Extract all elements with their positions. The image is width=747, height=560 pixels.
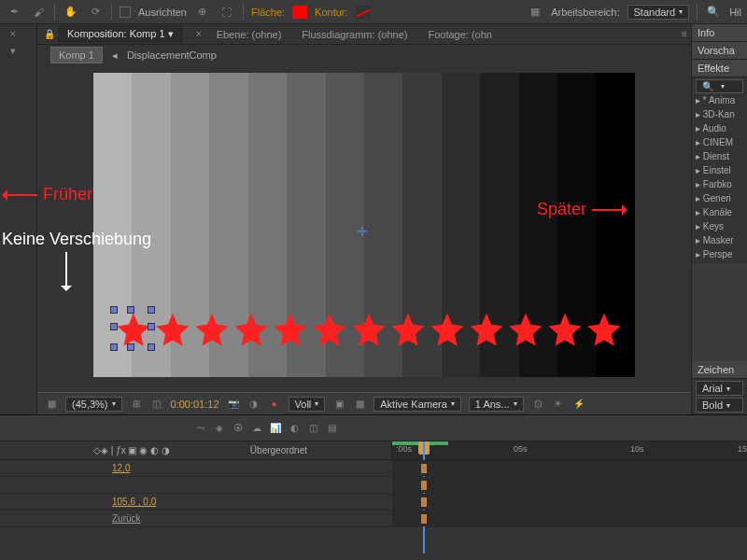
align-checkbox[interactable] [120,7,131,18]
viewport: ✛ Früher Später Keine Verschie [37,65,691,392]
lock-icon[interactable]: 🔒 [43,28,56,41]
snap-icon[interactable]: ⊕ [194,4,211,21]
property-label[interactable]: 105,6 , 0,0 [0,494,392,510]
rail-menu-icon[interactable]: ▾ [10,45,27,58]
effects-category[interactable]: Generi [696,191,743,205]
timeline-track[interactable] [392,494,747,510]
viewer-bar: ▦ (45,3%) ⊞ ◫ 0:00:01:12 📷 ◑ ● Voll ▣ ▩ … [37,392,691,414]
modes-icon[interactable]: ▤ [325,422,338,435]
view-opt-icon[interactable]: ⊡ [531,398,544,411]
timeline-track[interactable] [392,460,747,476]
tab-flowchart[interactable]: Flussdiagramm: (ohne) [292,26,416,43]
breadcrumb-child[interactable]: DisplacementComp [127,49,217,61]
keyframe-icon[interactable] [421,514,427,524]
timeline: ⤳ ◈ ⦿ ☁ 📊 ◐ ◫ ▤ ◇◈ | ƒx ▣ ◉ ◐ ◑ Übergeor… [0,414,747,560]
effects-category[interactable]: Farbko [696,177,743,191]
timeline-row[interactable]: 105,6 , 0,0 [0,494,747,511]
fill-label: Fläche: [251,7,285,18]
exposure-icon[interactable]: ☀ [552,398,565,411]
tab-close-icon[interactable]: × [192,28,205,41]
keyframe-icon[interactable] [421,497,427,507]
timeline-columns-header: ◇◈ | ƒx ▣ ◉ ◐ ◑ Übergeordnet [0,441,392,459]
mask-icon[interactable]: ◫ [150,398,163,411]
font-family-dropdown[interactable]: Arial [696,381,743,396]
star-row [114,310,624,349]
brainstorm-icon[interactable]: ☁ [250,422,263,435]
viewer-tabstrip: 🔒 Komposition: Komp 1 ▾ × Ebene: (ohne) … [37,24,691,45]
keyframe-icon[interactable] [421,481,427,490]
panel-info[interactable]: Info [692,24,747,42]
channel-icon[interactable]: ◑ [247,398,261,411]
stroke-swatch[interactable] [356,6,371,19]
shy-icon[interactable]: ⤳ [194,422,207,435]
tab-menu-icon[interactable]: ≡ [678,28,691,41]
brush-tool-icon[interactable]: 🖌 [30,4,47,21]
timeline-row[interactable] [0,477,747,494]
effects-category[interactable]: CINEM [696,135,743,149]
workspace-dropdown[interactable]: Standard [627,5,690,20]
panel-preview[interactable]: Vorscha [692,42,747,60]
panel-effects[interactable]: Effekte [692,60,747,77]
hand-tool-icon[interactable]: ✋ [63,4,79,21]
effects-category[interactable]: Keys [696,219,743,233]
fast-preview-icon[interactable]: ⚡ [572,398,585,411]
effects-category[interactable]: Masker [696,233,743,247]
timeline-controls: ⤳ ◈ ⦿ ☁ 📊 ◐ ◫ ▤ [0,415,747,441]
graph-icon[interactable]: 📊 [269,422,282,435]
zoom-dropdown[interactable]: (45,3%) [65,397,122,412]
camera-dropdown[interactable]: Aktive Kamera [374,397,461,412]
aspect-icon[interactable]: ⊞ [130,398,143,411]
tab-footage[interactable]: Footage: (ohn [418,26,501,43]
frame-blend-icon[interactable]: ◈ [213,422,226,435]
tab-composition[interactable]: Komposition: Komp 1 ▾ [58,25,183,43]
rgb-icon[interactable]: ● [268,398,281,411]
motion-blur-icon[interactable]: ⦿ [232,422,245,435]
grid-icon[interactable]: ▦ [45,398,58,411]
composition-view[interactable]: ✛ [93,73,635,377]
breadcrumb-active[interactable]: Komp 1 [50,47,103,63]
timeline-row[interactable]: 12,0 [0,460,747,477]
switch-icons[interactable]: ◇◈ | ƒx ▣ ◉ ◐ ◑ [93,445,170,455]
align-label: Ausrichten [138,7,187,18]
font-weight-dropdown[interactable]: Bold [696,398,743,413]
keyframe-icon[interactable] [421,464,427,473]
rotate-tool-icon[interactable]: ⟳ [87,4,104,21]
pen-tool-icon[interactable]: ✒ [6,4,22,21]
breadcrumb-sep: ◂ [112,49,118,62]
breadcrumb: Komp 1 ◂ DisplacementComp [37,45,691,65]
arrow-down-icon [65,252,67,289]
timeline-ruler[interactable]: :00s 05s 10s 15s [392,441,747,459]
effects-category[interactable]: * Anima [696,93,743,107]
expand-icon[interactable]: ⛶ [218,4,235,21]
views-dropdown[interactable]: 1 Ans... [469,397,524,412]
timeline-track[interactable] [392,477,747,493]
effects-category[interactable]: Einstel [696,163,743,177]
property-label[interactable] [0,477,392,493]
property-label[interactable]: Zurück [0,511,392,526]
effects-category[interactable]: Perspe [696,247,743,261]
rail-close-icon[interactable]: × [10,28,27,41]
switches-icon[interactable]: ◫ [306,422,319,435]
transparency-icon[interactable]: ▩ [353,398,366,411]
left-rail: × ▾ [0,24,37,414]
effects-search[interactable]: 🔍 [696,79,743,93]
timeline-track[interactable] [392,511,747,526]
tab-layer[interactable]: Ebene: (ohne) [207,26,291,43]
fill-swatch[interactable] [292,6,307,19]
resolution-dropdown[interactable]: Voll [289,397,326,412]
draft3d-icon[interactable]: ◐ [288,422,301,435]
roi-icon[interactable]: ▣ [332,398,345,411]
timecode[interactable]: 0:00:01:12 [171,399,219,410]
snapshot-icon[interactable]: 📷 [227,398,240,411]
effects-category[interactable]: Kanäle [696,205,743,219]
property-label[interactable]: 12,0 [0,460,392,476]
effects-category[interactable]: Dienst [696,149,743,163]
workspace-label: Arbeitsbereich: [551,7,619,18]
effects-category[interactable]: 3D-Kan [696,107,743,121]
selection-handles[interactable] [110,306,155,351]
timeline-row[interactable]: Zurück [0,511,747,527]
search-icon[interactable]: 🔍 [705,4,722,21]
right-panels: Info Vorscha Effekte 🔍 * Anima3D-KanAudi… [691,24,747,414]
effects-category[interactable]: Audio [696,121,743,135]
panel-character[interactable]: Zeichen [692,361,747,379]
